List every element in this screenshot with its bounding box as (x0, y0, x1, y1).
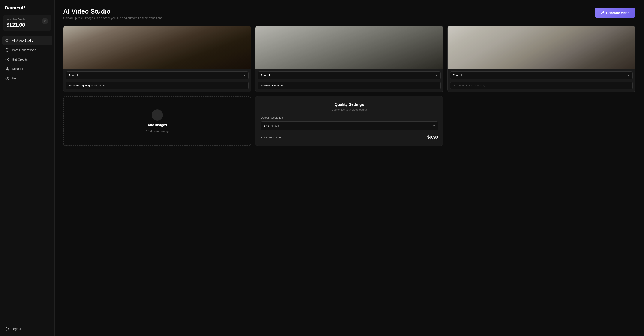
sidebar: DomusAI Available Credits $121.00 ⟳ AI V… (0, 0, 55, 336)
svg-point-4 (7, 67, 8, 69)
transition-select-wrapper-3: Zoom In Zoom Out Pan Left Pan Right Fade… (450, 71, 633, 79)
user-icon (5, 67, 10, 71)
image-card-3: Zoom In Zoom Out Pan Left Pan Right Fade… (447, 26, 636, 92)
resolution-select[interactable]: 1080p (+$0.00) 4K (+$0.50) 8K (+$1.00) (260, 121, 438, 130)
wand-icon (601, 11, 604, 15)
quality-settings-card: Quality Settings Customize your video ou… (255, 96, 443, 146)
logo-text: DomusAI (5, 5, 25, 11)
image-grid: Zoom In Zoom Out Pan Left Pan Right Fade… (63, 26, 636, 92)
price-row: Price per image: $0.90 (260, 135, 438, 140)
video-icon (5, 38, 10, 43)
page-title: AI Video Studio (63, 8, 162, 15)
image-card-2: Zoom In Zoom Out Pan Left Pan Right Fade… (255, 26, 443, 92)
credits-card: Available Credits $121.00 ⟳ (3, 15, 52, 31)
sidebar-item-label: Account (12, 67, 23, 71)
effects-input-2[interactable] (258, 82, 440, 89)
page-subtitle: Upload up to 20 images in an order you l… (63, 16, 162, 20)
credits-amount: $121.00 (6, 22, 26, 28)
svg-rect-0 (6, 40, 8, 41)
resolution-label: Output Resolution (260, 116, 438, 119)
sidebar-item-label: Get Credits (12, 58, 28, 61)
add-images-sublabel: 17 slots remaining (146, 130, 168, 133)
add-images-card[interactable]: + Add Images 17 slots remaining (63, 96, 251, 146)
price-label: Price per image: (260, 136, 282, 139)
room-image-2 (255, 26, 443, 69)
logout-icon (5, 327, 10, 331)
transition-select-wrapper-1: Zoom In Zoom Out Pan Left Pan Right Fade… (66, 71, 248, 79)
generate-button-label: Generate Video (606, 11, 630, 15)
main-header: AI Video Studio Upload up to 20 images i… (63, 8, 636, 20)
sidebar-item-help[interactable]: Help (2, 74, 52, 83)
transition-select-3[interactable]: Zoom In Zoom Out Pan Left Pan Right Fade (450, 71, 633, 79)
image-card-1: Zoom In Zoom Out Pan Left Pan Right Fade… (63, 26, 251, 92)
credits-label: Available Credits (6, 18, 26, 21)
logo: DomusAI (0, 0, 54, 15)
quality-subtitle: Customize your video output (260, 108, 438, 111)
effects-input-3[interactable] (450, 82, 633, 89)
transition-select-wrapper-2: Zoom In Zoom Out Pan Left Pan Right Fade… (258, 71, 440, 79)
price-value: $0.90 (428, 135, 438, 140)
transition-select-1[interactable]: Zoom In Zoom Out Pan Left Pan Right Fade (66, 71, 248, 79)
room-image-1 (64, 26, 251, 69)
generate-video-button[interactable]: Generate Video (595, 8, 636, 18)
sidebar-item-label: Help (12, 77, 18, 80)
add-images-label: Add Images (148, 123, 167, 127)
add-plus-icon: + (152, 109, 163, 121)
resolution-select-wrapper: 1080p (+$0.00) 4K (+$0.50) 8K (+$1.00) ▼ (260, 121, 438, 130)
transition-select-2[interactable]: Zoom In Zoom Out Pan Left Pan Right Fade (258, 71, 440, 79)
help-icon (5, 76, 10, 80)
logout-button[interactable]: Logout (2, 324, 52, 333)
credits-nav-icon (5, 57, 10, 62)
clock-icon (5, 48, 10, 52)
svg-marker-1 (8, 40, 9, 41)
sidebar-item-ai-video-studio[interactable]: AI Video Studio (2, 36, 52, 45)
credits-icon: ⟳ (42, 18, 48, 24)
effects-input-1[interactable] (66, 82, 248, 89)
quality-title: Quality Settings (260, 102, 438, 107)
sidebar-item-get-credits[interactable]: Get Credits (2, 55, 52, 64)
sidebar-item-label: Past Generations (12, 48, 36, 52)
logout-label: Logout (12, 327, 21, 331)
room-image-3 (448, 26, 635, 69)
empty-col (447, 96, 636, 146)
bottom-row: + Add Images 17 slots remaining Quality … (63, 96, 636, 146)
main-content: AI Video Studio Upload up to 20 images i… (55, 0, 644, 336)
sidebar-bottom: Logout (0, 322, 54, 336)
sidebar-item-account[interactable]: Account (2, 64, 52, 73)
sidebar-item-label: AI Video Studio (12, 39, 34, 42)
sidebar-item-past-generations[interactable]: Past Generations (2, 46, 52, 55)
nav: AI Video Studio Past Generations Get Cre… (0, 35, 54, 322)
